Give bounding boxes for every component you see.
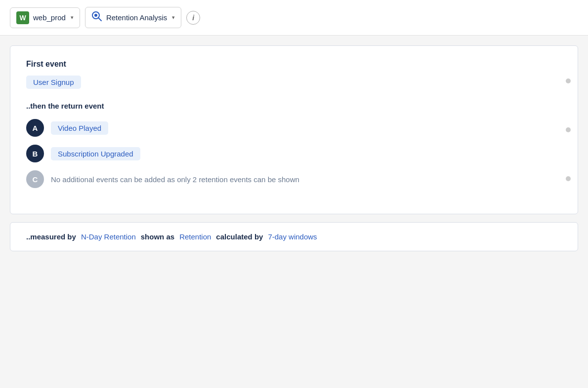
return-event-row-b: B Subscription Upgraded [26,145,562,162]
project-selector[interactable]: W web_prod ▾ [10,7,80,28]
no-additional-text: No additional events can be added as onl… [51,175,299,184]
side-dot-2 [566,127,571,132]
first-event-chip[interactable]: User Signup [26,76,81,89]
toolbar: W web_prod ▾ Retention Analysis ▾ i [0,0,588,36]
bottom-bar: ..measured by N-Day Retention shown as R… [10,222,578,251]
event-chip-video-played[interactable]: Video Played [51,121,108,135]
return-event-label: ..then the return event [26,102,562,110]
project-label: web_prod [33,13,66,22]
info-button[interactable]: i [186,11,200,25]
measured-by-value[interactable]: N-Day Retention [81,233,136,241]
project-badge: W [16,11,29,24]
calculated-by-label: calculated by [216,233,263,241]
info-icon: i [192,14,194,22]
event-badge-a: A [26,119,44,137]
return-event-row-a: A Video Played [26,119,562,137]
event-badge-b: B [26,145,44,162]
card-right-dots [559,46,578,214]
first-event-label: First event [26,60,562,69]
analysis-selector[interactable]: Retention Analysis ▾ [85,7,181,28]
svg-point-1 [94,14,97,17]
retention-analysis-icon [91,11,102,24]
analysis-chevron-icon: ▾ [172,14,175,21]
calculated-by-value[interactable]: 7-day windows [268,233,317,241]
side-dot-3 [566,176,571,181]
analysis-label: Retention Analysis [106,13,167,22]
main-content: First event User Signup ..then the retur… [0,36,588,261]
svg-line-2 [98,18,101,21]
return-event-row-c: C No additional events can be added as o… [26,170,562,188]
shown-as-value[interactable]: Retention [179,233,211,241]
measured-by-label: ..measured by [26,233,76,241]
event-badge-c: C [26,170,44,188]
event-chip-subscription-upgraded[interactable]: Subscription Upgraded [51,147,140,160]
side-dot-1 [566,78,571,83]
shown-as-label: shown as [141,233,174,241]
events-card: First event User Signup ..then the retur… [10,45,578,214]
project-chevron-icon: ▾ [71,14,74,21]
